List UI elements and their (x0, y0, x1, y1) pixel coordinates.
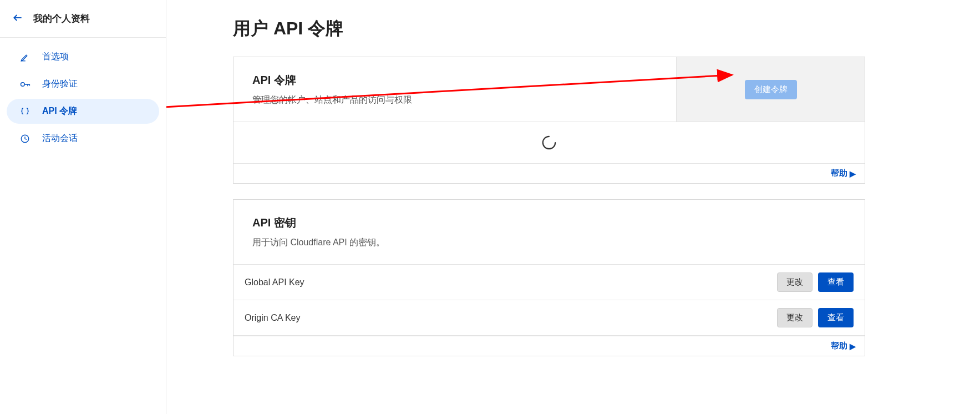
api-tokens-card-title: API 令牌 (252, 73, 657, 88)
api-tokens-loading (233, 122, 865, 163)
svg-point-2 (21, 82, 25, 86)
api-tokens-help-link[interactable]: 帮助 ▶ (831, 168, 856, 179)
sidebar: 我的个人资料 首选项 身份验证 (0, 0, 166, 414)
api-keys-card-subtitle: 用于访问 Cloudflare API 的密钥。 (252, 237, 846, 249)
api-tokens-card-actions: 创建令牌 (676, 57, 865, 122)
key-view-button[interactable]: 查看 (818, 272, 854, 292)
key-label: Origin CA Key (245, 313, 300, 323)
page-title: 用户 API 令牌 (233, 17, 865, 41)
api-tokens-card-subtitle: 管理您的帐户、站点和产品的访问与权限 (252, 94, 657, 106)
key-label: Global API Key (245, 277, 304, 287)
create-token-button[interactable]: 创建令牌 (745, 80, 797, 99)
main-content: 用户 API 令牌 API 令牌 管理您的帐户、站点和产品的访问与权限 创建令牌 (166, 0, 980, 414)
key-change-button[interactable]: 更改 (777, 308, 813, 327)
api-tokens-card-header: API 令牌 管理您的帐户、站点和产品的访问与权限 创建令牌 (233, 57, 865, 122)
loading-spinner-icon (541, 135, 557, 150)
api-tokens-card-header-text: API 令牌 管理您的帐户、站点和产品的访问与权限 (233, 57, 676, 122)
api-keys-card: API 密钥 用于访问 Cloudflare API 的密钥。 Global A… (233, 199, 865, 356)
api-keys-card-footer: 帮助 ▶ (233, 336, 865, 356)
chevron-right-icon: ▶ (850, 342, 856, 351)
sidebar-item-label: 首选项 (42, 51, 69, 63)
key-icon (19, 79, 31, 90)
sidebar-nav: 首选项 身份验证 API 令牌 (0, 38, 166, 158)
key-actions: 更改 查看 (777, 272, 854, 292)
sidebar-item-authentication[interactable]: 身份验证 (7, 72, 159, 97)
api-keys-help-link[interactable]: 帮助 ▶ (831, 341, 856, 351)
sidebar-item-preferences[interactable]: 首选项 (7, 44, 159, 69)
chevron-right-icon: ▶ (850, 169, 856, 178)
sidebar-item-active-sessions[interactable]: 活动会话 (7, 126, 159, 151)
api-tokens-card-footer: 帮助 ▶ (233, 163, 865, 183)
api-keys-card-header: API 密钥 用于访问 Cloudflare API 的密钥。 (233, 200, 865, 265)
api-keys-card-title: API 密钥 (252, 215, 846, 230)
clock-icon (19, 134, 31, 144)
key-actions: 更改 查看 (777, 308, 854, 327)
api-tokens-card: API 令牌 管理您的帐户、站点和产品的访问与权限 创建令牌 帮助 ▶ (233, 57, 865, 184)
sidebar-header: 我的个人资料 (0, 0, 166, 38)
sidebar-item-api-tokens[interactable]: API 令牌 (7, 99, 159, 124)
key-row-global-api: Global API Key 更改 查看 (233, 265, 865, 300)
sidebar-item-label: 活动会话 (42, 133, 78, 144)
edit-icon (19, 52, 31, 62)
key-view-button[interactable]: 查看 (818, 308, 854, 327)
back-arrow-icon[interactable] (12, 12, 23, 25)
sidebar-title: 我的个人资料 (33, 12, 90, 25)
braces-icon (19, 107, 31, 117)
key-change-button[interactable]: 更改 (777, 272, 813, 292)
help-link-label: 帮助 (831, 168, 847, 179)
help-link-label: 帮助 (831, 341, 847, 351)
sidebar-item-label: API 令牌 (42, 105, 77, 117)
sidebar-item-label: 身份验证 (42, 78, 78, 90)
key-row-origin-ca: Origin CA Key 更改 查看 (233, 300, 865, 336)
